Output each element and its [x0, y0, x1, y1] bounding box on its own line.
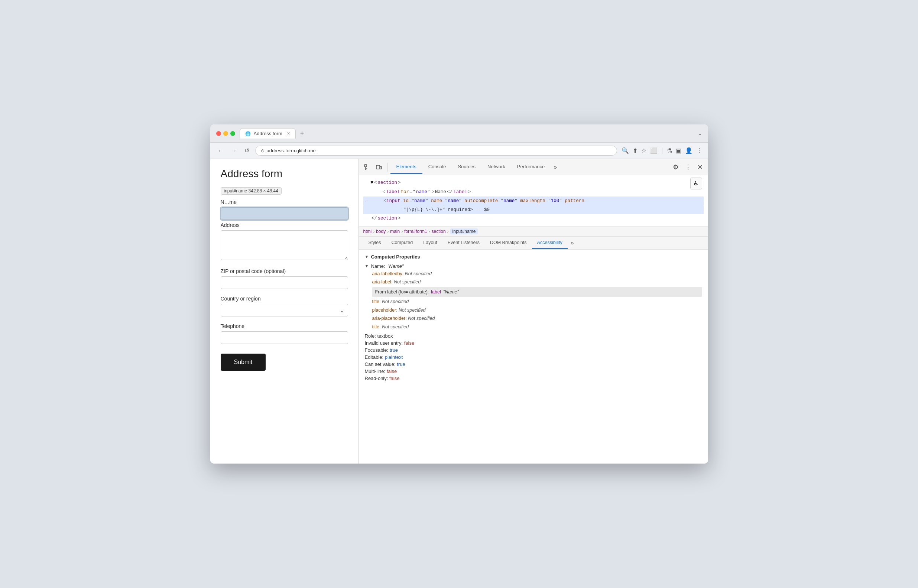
- readonly-row: Read-only: false: [365, 376, 702, 381]
- name-label: N…me: [221, 199, 348, 205]
- invalid-row: Invalid user entry: false: [365, 340, 702, 346]
- tree-label[interactable]: <label for="name">Name</label>: [363, 187, 704, 197]
- maximize-button[interactable]: [230, 131, 235, 136]
- breadcrumb-main[interactable]: main: [390, 229, 400, 234]
- name-prop-section: ▼ Name: "Name" aria-labelledby: Not spec…: [365, 263, 702, 331]
- name-input[interactable]: [221, 207, 348, 220]
- webpage-pane: Address form input#name 342.88 × 48.44 N…: [210, 159, 359, 464]
- back-button[interactable]: ←: [216, 146, 225, 156]
- extensions-icon[interactable]: ⬜: [650, 147, 658, 154]
- svg-rect-4: [380, 166, 381, 169]
- editable-row: Editable: plaintext: [365, 354, 702, 360]
- title-row-1: title: Not specified: [372, 297, 702, 306]
- url-bar[interactable]: ⊙ address-form.glitch.me: [255, 145, 617, 156]
- role-value: textbox: [377, 333, 393, 339]
- minimize-button[interactable]: [223, 131, 228, 136]
- share-icon[interactable]: ⬆: [633, 147, 637, 154]
- breadcrumb-section[interactable]: section: [432, 229, 446, 234]
- tab-console[interactable]: Console: [422, 160, 452, 174]
- accessibility-panel: ▼ Computed Properties ▼ Name: "Name" ari…: [359, 250, 708, 464]
- tab-event-listeners[interactable]: Event Listeners: [443, 237, 485, 249]
- tab-network[interactable]: Network: [482, 160, 511, 174]
- breadcrumb-html[interactable]: html: [363, 229, 372, 234]
- url-text: address-form.glitch.me: [267, 148, 612, 153]
- multiline-value: false: [387, 368, 397, 374]
- tab-accessibility[interactable]: Accessibility: [532, 237, 568, 249]
- submit-button[interactable]: Submit: [221, 354, 266, 371]
- active-tab[interactable]: 🌐 Address form ✕: [240, 128, 296, 139]
- devtools-toolbar: Elements Console Sources Network Perform…: [359, 159, 708, 175]
- name-prop-row[interactable]: ▼ Name: "Name": [365, 263, 702, 269]
- title-bar: 🌐 Address form ✕ + ⌄: [210, 124, 708, 143]
- zip-group: ZIP or postal code (optional): [221, 268, 348, 289]
- bookmark-icon[interactable]: ☆: [641, 147, 646, 154]
- breadcrumb-body[interactable]: body: [376, 229, 386, 234]
- multiline-row: Multi-line: false: [365, 368, 702, 374]
- from-label-text: From label (for= attribute):: [375, 288, 429, 296]
- zip-input[interactable]: [221, 276, 348, 289]
- tab-sources[interactable]: Sources: [452, 160, 482, 174]
- devtools-pane: Elements Console Sources Network Perform…: [359, 159, 708, 464]
- computed-props-title: Computed Properties: [371, 254, 420, 260]
- breadcrumb-bar: html › body › main › form#form1 › sectio…: [359, 226, 708, 237]
- svg-rect-0: [364, 165, 367, 167]
- device-toggle-icon[interactable]: [374, 162, 384, 172]
- page-title: Address form: [221, 168, 348, 180]
- devtools-more-icon[interactable]: ⋮: [682, 162, 693, 173]
- invalid-value: false: [404, 340, 414, 346]
- user-icon[interactable]: 👤: [685, 147, 692, 154]
- tab-bar: 🌐 Address form ✕ + ⌄: [240, 128, 702, 139]
- focusable-row: Focusable: true: [365, 347, 702, 353]
- expand-arrow-icon: ▼: [365, 254, 369, 259]
- search-icon[interactable]: 🔍: [622, 147, 629, 154]
- tab-expand-icon[interactable]: ⌄: [698, 130, 702, 136]
- tab-layout[interactable]: Layout: [418, 237, 443, 249]
- country-label: Country or region: [221, 296, 348, 302]
- breadcrumb-form[interactable]: form#form1: [404, 229, 427, 234]
- aria-placeholder-row: aria-placeholder: Not specified: [372, 314, 702, 323]
- zip-label: ZIP or postal code (optional): [221, 268, 348, 274]
- close-button[interactable]: [216, 131, 221, 136]
- tab-styles[interactable]: Styles: [363, 237, 386, 249]
- computed-props-header[interactable]: ▼ Computed Properties: [365, 254, 702, 260]
- more-bottom-tabs-icon[interactable]: »: [568, 237, 577, 249]
- svg-rect-3: [377, 165, 380, 169]
- new-tab-button[interactable]: +: [297, 130, 307, 137]
- profiles-icon[interactable]: ▣: [676, 147, 681, 154]
- telephone-input[interactable]: [221, 331, 348, 344]
- aria-label-row: aria-label: Not specified: [372, 278, 702, 286]
- more-tabs-icon[interactable]: »: [551, 164, 560, 171]
- tab-elements[interactable]: Elements: [391, 160, 422, 174]
- name-key: Name:: [371, 263, 385, 269]
- address-bar: ← → ↺ ⊙ address-form.glitch.me 🔍 ⬆ ☆ ⬜ |…: [210, 143, 708, 159]
- devtools-icon[interactable]: ⚗: [667, 147, 672, 154]
- title-row-2: title: Not specified: [372, 323, 702, 331]
- tab-favicon-icon: 🌐: [245, 131, 251, 136]
- devtools-settings-icon[interactable]: ⚙: [671, 162, 681, 173]
- from-label-row: From label (for= attribute): label "Name…: [372, 287, 702, 297]
- role-row: Role: textbox: [365, 333, 702, 339]
- tree-section-close: </section>: [363, 214, 704, 223]
- forward-button[interactable]: →: [230, 146, 239, 156]
- address-input[interactable]: [221, 230, 348, 260]
- tree-input-highlighted[interactable]: … <input id="name" name="name" autocompl…: [363, 197, 704, 206]
- refresh-button[interactable]: ↺: [243, 145, 251, 156]
- address-label: Address: [221, 222, 348, 228]
- tab-dom-breakpoints[interactable]: DOM Breakpoints: [485, 237, 532, 249]
- devtools-tabs: Elements Console Sources Network Perform…: [391, 160, 669, 174]
- tree-section-open[interactable]: ▼ <section>: [363, 178, 704, 187]
- element-picker-icon[interactable]: [362, 162, 372, 172]
- name-details: aria-labelledby: Not specified aria-labe…: [365, 270, 702, 331]
- main-area: Address form input#name 342.88 × 48.44 N…: [210, 159, 708, 464]
- tab-computed[interactable]: Computed: [386, 237, 418, 249]
- menu-icon[interactable]: ⋮: [696, 147, 702, 154]
- tab-close-icon[interactable]: ✕: [287, 131, 290, 136]
- tab-performance[interactable]: Performance: [511, 160, 551, 174]
- country-select[interactable]: [221, 304, 348, 317]
- elements-panel: ♿ ▼ <section> <label for="name">Name</la…: [359, 175, 708, 226]
- aria-labelledby-row: aria-labelledby: Not specified: [372, 270, 702, 278]
- accessibility-icon[interactable]: ♿: [690, 178, 702, 189]
- breadcrumb-input[interactable]: input#name: [450, 228, 478, 234]
- devtools-close-icon[interactable]: ✕: [695, 162, 705, 173]
- name-value: "Name": [388, 263, 404, 269]
